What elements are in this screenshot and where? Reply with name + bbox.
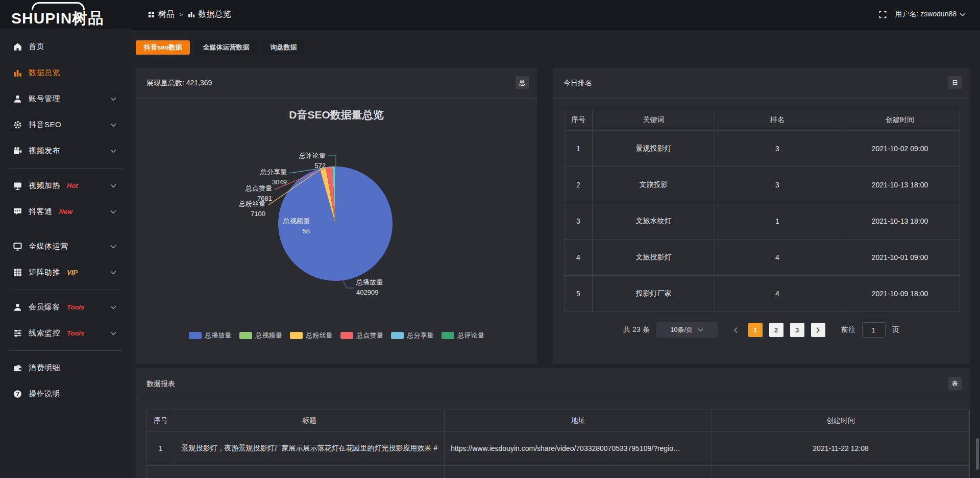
app-header: SHUPIN树品 树品 > 数据总览 用户名: zswodun88 — [0, 0, 980, 30]
total-view-button[interactable]: 总 — [516, 76, 529, 89]
pie-label: 402909 — [356, 289, 378, 296]
goto-page-input[interactable] — [862, 322, 886, 338]
chat-icon — [13, 207, 22, 216]
sidebar-divider — [9, 290, 122, 290]
sidebar-item-douyin-seo[interactable]: 抖音SEO — [0, 112, 132, 138]
table-cell: 1 — [565, 131, 593, 167]
scrollbar-thumb[interactable] — [976, 438, 979, 470]
table-cell: 1 — [147, 432, 175, 466]
chevron-right-icon — [816, 327, 820, 333]
gear-icon — [13, 121, 22, 129]
table-cell — [712, 466, 970, 478]
pie-label: 572 — [314, 162, 326, 170]
legend-item[interactable]: 总粉丝量 — [290, 331, 333, 340]
svg-text:?: ? — [16, 391, 19, 397]
chevron-down-icon — [110, 210, 116, 214]
report-panel: 数据报表 表 序号标题地址创建时间1景观投影灯，夜游景观投影灯厂家展示展示落花灯… — [136, 368, 970, 478]
legend-label: 总评论量 — [458, 331, 484, 340]
breadcrumb-item-current: 数据总览 — [199, 9, 231, 20]
chevron-down-icon — [110, 245, 116, 249]
tab-inquiry-data[interactable]: 询盘数据 — [262, 40, 305, 55]
sidebar-item-media-operation[interactable]: 全媒体运营 — [0, 233, 132, 259]
question-icon: ? — [13, 390, 22, 398]
sidebar-item-operation-guide[interactable]: ?操作说明 — [0, 381, 132, 407]
user-menu[interactable]: 用户名: zswodun88 — [895, 10, 966, 19]
sidebar-item-matrix-boost[interactable]: 矩阵助推VIP — [0, 259, 132, 285]
table-cell — [445, 466, 712, 478]
table-cell: 2021-10-13 18:00 — [840, 167, 960, 203]
video-link[interactable]: https://www.iesdouyin.com/share/video/70… — [445, 432, 712, 466]
sidebar-item-label: 视频加热 — [29, 181, 60, 190]
sidebar-divider — [9, 350, 122, 351]
column-header: 创建时间 — [712, 410, 970, 432]
table-cell: 文旅投影灯 — [593, 240, 715, 276]
page-button-1[interactable]: 1 — [748, 323, 763, 337]
user-icon — [13, 94, 22, 103]
sidebar-item-label: 操作说明 — [29, 389, 60, 399]
sidebar-item-data-overview[interactable]: 数据总览 — [0, 60, 132, 86]
goto-label: 前往 — [841, 325, 855, 334]
sidebar-item-consumption-detail[interactable]: 消费明细 — [0, 355, 132, 381]
page-button-2[interactable]: 2 — [769, 323, 783, 337]
sidebar-item-home[interactable]: 首页 — [0, 34, 132, 60]
pie-label: 总播放量 — [356, 278, 383, 286]
data-table: 序号标题地址创建时间1景观投影灯，夜游景观投影灯厂家展示展示落花灯在花园里的灯光… — [146, 410, 970, 478]
legend-swatch — [340, 332, 353, 339]
legend-label: 总分享量 — [407, 331, 434, 340]
next-page-button[interactable] — [811, 323, 825, 337]
table-cell — [175, 466, 445, 478]
user-area: 用户名: zswodun88 — [879, 0, 966, 29]
column-header: 创建时间 — [840, 109, 960, 131]
sidebar-badge: VIP — [67, 269, 78, 276]
bar-chart-icon — [13, 68, 22, 77]
legend-item[interactable]: 总视频量 — [239, 331, 282, 340]
day-view-button[interactable]: 日 — [948, 76, 962, 89]
chevron-down-icon — [110, 123, 116, 127]
table-cell: 4 — [715, 240, 840, 276]
table-view-button[interactable]: 表 — [948, 377, 962, 390]
legend-item[interactable]: 总点赞量 — [340, 331, 383, 340]
overview-panel: 展现量总数: 421,369 总 D音SEO数据量总览 总播放量402909总视… — [136, 67, 537, 364]
sidebar-item-member-baoke[interactable]: 会员爆客Tools — [0, 294, 132, 320]
label-leader-line — [343, 280, 354, 288]
screen-icon — [13, 181, 22, 190]
table-header-row: 序号关键词排名创建时间 — [565, 109, 960, 131]
sidebar-item-video-publish[interactable]: 视频发布 — [0, 138, 132, 164]
column-header: 序号 — [565, 109, 593, 131]
pie-label: 58 — [303, 227, 310, 235]
breadcrumb-item-root[interactable]: 树品 — [158, 9, 175, 20]
table-row: 3文旅水纹灯12021-10-13 18:00 — [565, 203, 960, 240]
sidebar-badge: New — [59, 208, 73, 216]
pie-label: 7681 — [257, 195, 272, 202]
table-row — [147, 466, 970, 478]
prev-page-button[interactable] — [730, 326, 742, 334]
sidebar-item-account-manage[interactable]: 账号管理 — [0, 86, 132, 112]
page-size-select[interactable]: 10条/页 — [656, 322, 718, 338]
sidebar-item-video-heat[interactable]: 视频加热Hot — [0, 173, 132, 199]
tab-douyin-seo-data[interactable]: 抖音seo数据 — [136, 40, 190, 55]
table-cell: 景观投影灯 — [593, 131, 715, 167]
sidebar-item-label: 首页 — [29, 42, 44, 52]
sidebar-item-douketong[interactable]: 抖客通New — [0, 199, 132, 225]
legend-item[interactable]: 总播放量 — [189, 331, 232, 340]
table-row: 2文旅投影32021-10-13 18:00 — [565, 167, 960, 203]
table-cell: 5 — [565, 276, 593, 312]
legend-item[interactable]: 总评论量 — [442, 331, 484, 340]
sidebar-item-label: 账号管理 — [29, 94, 60, 104]
sidebar-item-label: 会员爆客 — [29, 302, 60, 312]
home-icon — [13, 42, 22, 51]
tab-media-operation-data[interactable]: 全媒体运营数据 — [194, 40, 257, 55]
column-header: 标题 — [175, 410, 445, 432]
table-cell: 3 — [565, 203, 593, 240]
ranking-panel-header: 今日排名 日 — [553, 67, 970, 99]
legend-item[interactable]: 总分享量 — [391, 331, 434, 340]
fullscreen-icon[interactable] — [879, 11, 887, 18]
page-button-3[interactable]: 3 — [790, 323, 804, 337]
legend-label: 总点赞量 — [357, 331, 383, 340]
sidebar-item-label: 消费明细 — [29, 363, 60, 373]
sidebar-item-label: 视频发布 — [29, 146, 60, 156]
table-cell: 2021-10-13 18:00 — [840, 203, 960, 240]
chevron-left-icon — [733, 327, 738, 333]
chevron-down-icon — [110, 305, 116, 309]
sidebar-item-clue-monitor[interactable]: 线索监控Tools — [0, 320, 132, 346]
